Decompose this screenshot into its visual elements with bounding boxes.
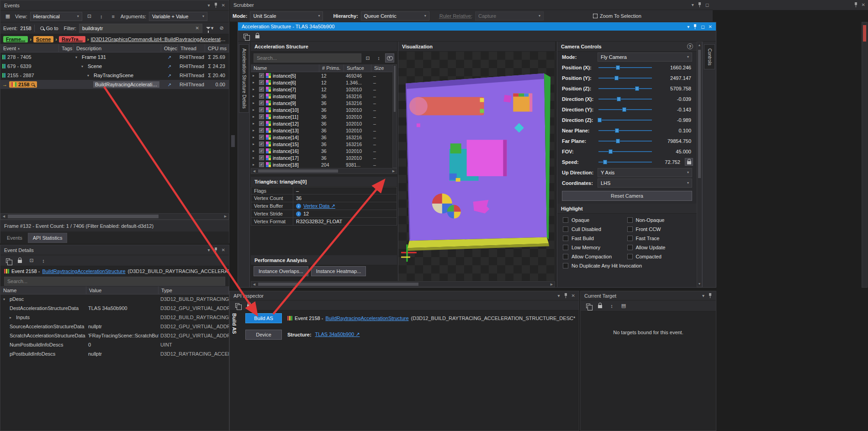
position-z-slider[interactable] — [598, 88, 652, 89]
capture-icon[interactable]: ▦ — [3, 12, 12, 21]
object-link-icon[interactable]: ↗ — [168, 55, 171, 60]
copy-icon[interactable] — [3, 256, 12, 265]
checkbox-icon[interactable]: ✓ — [259, 73, 264, 78]
expander-icon[interactable]: ▸ — [253, 149, 257, 153]
breadcrumb-item-scene[interactable]: Scene — [33, 36, 53, 42]
events-horizontal-scrollbar[interactable]: ◀ ▶ — [0, 213, 229, 220]
fov-slider[interactable] — [598, 151, 652, 152]
object-link-icon[interactable]: ↗ — [168, 82, 171, 87]
expander-icon[interactable]: ▸ — [253, 108, 257, 112]
panel-menu-icon[interactable]: ▾ — [687, 24, 689, 29]
float-icon[interactable]: ◻ — [705, 2, 709, 7]
speed-slider[interactable] — [598, 162, 652, 163]
checkbox-icon[interactable]: ✓ — [259, 128, 264, 133]
slider-handle[interactable] — [616, 65, 620, 70]
copy-icon[interactable] — [241, 32, 250, 41]
breadcrumb-link[interactable]: ID3D12GraphicsCommandList4::BuildRaytrac… — [90, 37, 226, 42]
3d-scene[interactable] — [398, 52, 555, 281]
expander-icon[interactable]: ▸ — [253, 115, 257, 119]
highlight-checkbox-low-memory[interactable]: ✓Low Memory — [563, 245, 627, 250]
expander-icon[interactable]: ▸ — [253, 121, 257, 126]
swap-icon[interactable]: ↕ — [607, 301, 616, 310]
disable-filter-icon[interactable]: ⊘ — [217, 24, 226, 33]
instance-row[interactable]: ▸✓instance[15]36163216– — [251, 141, 392, 147]
detail-row[interactable]: ScratchAccelerationStructureData'FRayTra… — [0, 331, 229, 340]
pin-icon[interactable] — [698, 2, 702, 7]
close-icon[interactable]: ✕ — [222, 3, 225, 8]
reset-camera-button[interactable]: Reset Camera — [562, 191, 692, 201]
instance-row[interactable]: ▸✓instance[6]121.346...– — [251, 79, 392, 86]
event-row[interactable]: →2158BuildRaytracingAccelerationStr...↗R… — [0, 80, 229, 89]
panel-menu-icon[interactable]: ▾ — [558, 293, 560, 298]
instance-row[interactable]: ▸✓instance[12]36102010– — [251, 120, 392, 127]
object-link-icon[interactable]: ↗ — [168, 73, 171, 78]
copy-icon[interactable] — [233, 301, 242, 310]
column-header-description[interactable]: Description — [74, 44, 161, 52]
expander-icon[interactable]: ▸ — [253, 87, 257, 91]
column-header-event[interactable]: Event▴ — [0, 44, 59, 52]
expand-all-icon[interactable]: ⊡ — [85, 12, 94, 21]
event-number[interactable]: 2158 — [20, 26, 31, 31]
expander-icon[interactable]: ▸ — [10, 315, 14, 320]
instance-row[interactable]: ▸✓instance[8]36163216– — [251, 93, 392, 100]
instance-row[interactable]: ▸✓instance[7]12102010– — [251, 86, 392, 93]
filter-menu-icon[interactable]: ▾ — [205, 24, 214, 33]
highlight-checkbox-compacted[interactable]: ✓Compacted — [627, 254, 692, 259]
tab-acceleration-structure-details[interactable]: Acceleration Structure Details — [239, 44, 249, 113]
lock-icon[interactable] — [15, 256, 24, 265]
view-select[interactable]: Hierarchical▾ — [30, 12, 82, 21]
splitter-handle[interactable] — [231, 135, 235, 147]
instance-row[interactable]: ▸✓instance[16]36102010– — [251, 147, 392, 154]
device-button[interactable]: Device — [245, 330, 282, 340]
instance-heatmap-button[interactable]: Instance Heatmap... — [311, 266, 366, 276]
expander-icon[interactable]: ▸ — [253, 163, 257, 167]
column-header-name[interactable]: Name — [251, 64, 319, 72]
slider-handle[interactable] — [603, 160, 607, 164]
detail-row[interactable]: ▾pDescD3D12_BUILD_RAYTRACING_... — [0, 294, 229, 304]
ruler-select[interactable]: Capture▾ — [475, 11, 544, 21]
panel-menu-icon[interactable]: ▾ — [692, 2, 694, 7]
expander-icon[interactable]: ▾ — [75, 55, 80, 59]
filter-input[interactable] — [82, 26, 194, 31]
instance-row[interactable]: ▸✓instance[17]36102010– — [251, 154, 392, 161]
highlight-checkbox-allow-compaction[interactable]: ✓Allow Compaction — [563, 254, 627, 259]
direction-z-slider[interactable] — [598, 120, 652, 121]
scrollbar-thumb[interactable] — [8, 215, 159, 218]
column-header-surface[interactable]: Surface — [344, 64, 371, 72]
far-plane-slider[interactable] — [598, 141, 652, 142]
close-icon[interactable]: ✕ — [572, 293, 575, 298]
structure-horizontal-scrollbar[interactable]: ◀ ▶ — [251, 168, 397, 174]
slider-handle[interactable] — [616, 139, 620, 143]
column-header-type[interactable]: Type — [159, 286, 229, 294]
checkbox-icon[interactable]: ✓ — [259, 121, 264, 126]
speed-lock-button[interactable] — [685, 158, 693, 166]
tab-api-statistics[interactable]: API Statistics — [28, 233, 68, 243]
scroll-left-icon[interactable]: ◀ — [251, 168, 257, 173]
checkbox-icon[interactable]: ✓ — [259, 148, 264, 153]
build-as-button[interactable]: Build AS — [245, 313, 282, 323]
zoom-to-selection-button[interactable]: Zoom To Selection — [590, 11, 644, 21]
expander-icon[interactable]: ▸ — [253, 156, 257, 160]
structure-vertical-scrollbar[interactable] — [392, 64, 397, 168]
expander-icon[interactable]: ▸ — [253, 80, 257, 84]
highlight-checkbox-cull-disabled[interactable]: ✓Cull Disabled — [563, 226, 627, 232]
scrollbar-thumb[interactable] — [258, 283, 418, 286]
close-icon[interactable]: ✕ — [862, 2, 865, 7]
sphere-instance-2[interactable] — [447, 205, 461, 219]
checkbox-icon[interactable]: ✓ — [259, 87, 264, 92]
expander-icon[interactable]: ▸ — [253, 142, 257, 146]
detail-row[interactable]: NumPostbuildInfoDescs0UINT — [0, 340, 229, 349]
up-direction-select[interactable]: Y Axis▾ — [598, 168, 692, 177]
expander-icon[interactable]: ▾ — [3, 297, 8, 301]
slider-handle[interactable] — [622, 107, 626, 112]
hierarchy-select[interactable]: Queue Centric▾ — [361, 11, 429, 21]
scroll-left-icon[interactable]: ◀ — [251, 282, 257, 287]
pin-icon[interactable] — [564, 293, 568, 298]
instance-row[interactable]: ▸✓instance[11]36102010– — [251, 113, 392, 120]
instance-row[interactable]: ▸✓instance[18]2049381...– — [251, 161, 392, 168]
scrollbar-marker[interactable] — [863, 25, 866, 42]
checkbox-icon[interactable]: ✓ — [259, 114, 264, 119]
column-header-object[interactable]: Object — [161, 44, 178, 52]
slider-handle[interactable] — [614, 76, 619, 80]
scrollbar-thumb[interactable] — [394, 66, 396, 112]
